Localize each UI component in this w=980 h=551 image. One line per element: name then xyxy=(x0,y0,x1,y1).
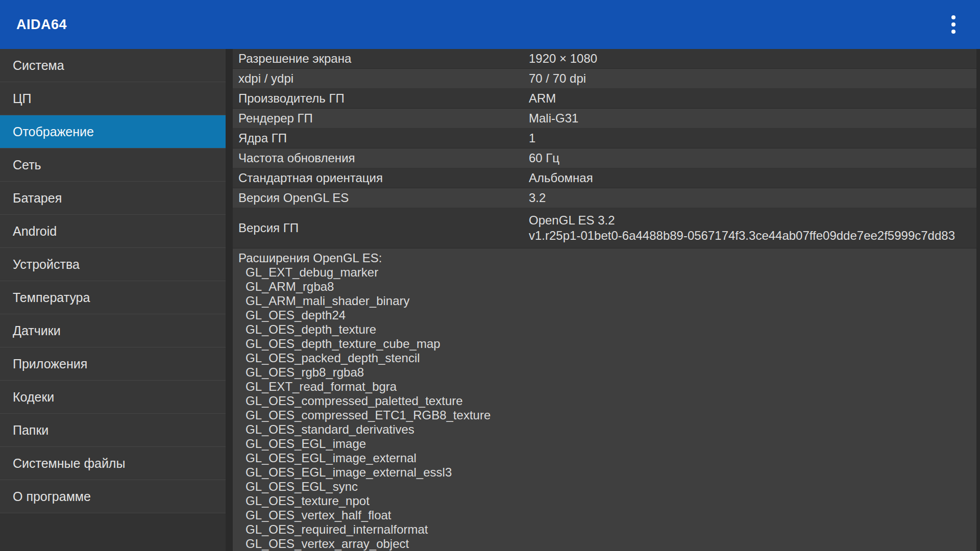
info-label: Частота обновления xyxy=(233,151,529,165)
info-row[interactable]: Стандартная ориентацияАльбомная xyxy=(233,168,976,188)
info-value: 60 Гц xyxy=(529,151,976,166)
info-value: 1 xyxy=(529,131,976,146)
sidebar: СистемаЦПОтображениеСетьБатареяAndroidУс… xyxy=(0,49,226,551)
info-label: Разрешение экрана xyxy=(233,52,529,66)
sidebar-item-label: Android xyxy=(13,224,57,239)
extension-item: GL_OES_required_internalformat xyxy=(238,522,976,537)
info-row[interactable]: Ядра ГП1 xyxy=(233,129,976,148)
info-label: Производитель ГП xyxy=(233,91,529,106)
extension-item: GL_OES_packed_depth_stencil xyxy=(238,351,976,365)
sidebar-item-label: Приложения xyxy=(13,357,87,371)
sidebar-item-12[interactable]: Системные файлы xyxy=(0,447,226,480)
info-row[interactable]: Частота обновления60 Гц xyxy=(233,148,976,168)
display-info-panel: Разрешение экрана1920 × 1080xdpi / ydpi7… xyxy=(226,49,980,551)
extension-item: GL_OES_EGL_image_external_essl3 xyxy=(238,465,976,480)
extension-item: GL_OES_vertex_half_float xyxy=(238,508,976,522)
info-row[interactable]: Производитель ГПARM xyxy=(233,89,976,109)
sidebar-item-4[interactable]: Батарея xyxy=(0,182,226,215)
sidebar-item-5[interactable]: Android xyxy=(0,215,226,248)
sidebar-item-label: Системные файлы xyxy=(13,456,125,471)
sidebar-item-9[interactable]: Приложения xyxy=(0,347,226,381)
info-label: Версия ГП xyxy=(233,221,529,235)
info-value: 70 / 70 dpi xyxy=(529,71,976,86)
info-value: ARM xyxy=(529,91,976,106)
sidebar-item-13[interactable]: О программе xyxy=(0,480,226,513)
sidebar-item-3[interactable]: Сеть xyxy=(0,148,226,182)
info-value: 3.2 xyxy=(529,190,976,206)
extension-item: GL_OES_compressed_paletted_texture xyxy=(238,394,976,408)
app-toolbar: AIDA64 xyxy=(0,0,980,49)
sidebar-item-2[interactable]: Отображение xyxy=(0,115,226,148)
sidebar-item-label: Батарея xyxy=(13,191,62,206)
sidebar-item-label: О программе xyxy=(13,489,91,504)
extension-item: GL_OES_depth24 xyxy=(238,308,976,322)
extensions-list: GL_EXT_debug_markerGL_ARM_rgba8GL_ARM_ma… xyxy=(238,265,976,551)
info-row[interactable]: Версия OpenGL ES3.2 xyxy=(233,188,976,208)
extension-item: GL_OES_depth_texture_cube_map xyxy=(238,337,976,351)
extension-item: GL_OES_EGL_sync xyxy=(238,480,976,494)
app-title: AIDA64 xyxy=(0,17,67,33)
extension-item: GL_OES_compressed_ETC1_RGB8_texture xyxy=(238,408,976,422)
info-row[interactable]: Разрешение экрана1920 × 1080 xyxy=(233,49,976,69)
info-label: Версия OpenGL ES xyxy=(233,191,529,205)
sidebar-item-6[interactable]: Устройства xyxy=(0,248,226,281)
extension-item: GL_OES_standard_derivatives xyxy=(238,422,976,437)
info-row[interactable]: xdpi / ydpi70 / 70 dpi xyxy=(233,69,976,89)
extensions-header: Расширения OpenGL ES: xyxy=(238,249,976,265)
info-label: Ядра ГП xyxy=(233,131,529,145)
extension-item: GL_OES_vertex_array_object xyxy=(238,537,976,551)
extension-item: GL_EXT_debug_marker xyxy=(238,265,976,280)
extension-item: GL_ARM_mali_shader_binary xyxy=(238,294,976,308)
kebab-menu-icon[interactable] xyxy=(941,12,966,37)
extension-item: GL_ARM_rgba8 xyxy=(238,280,976,294)
info-label: Рендерер ГП xyxy=(233,111,529,126)
sidebar-item-label: Датчики xyxy=(13,323,61,338)
sidebar-item-label: Температура xyxy=(13,290,90,305)
sidebar-item-8[interactable]: Датчики xyxy=(0,314,226,347)
sidebar-item-0[interactable]: Система xyxy=(0,49,226,82)
info-value: OpenGL ES 3.2 v1.r25p1-01bet0-6a4488b89-… xyxy=(529,213,976,243)
kebab-dot xyxy=(951,30,955,34)
sidebar-item-label: ЦП xyxy=(13,91,31,106)
sidebar-item-label: Папки xyxy=(13,423,48,438)
extension-item: GL_OES_depth_texture xyxy=(238,322,976,337)
info-row[interactable]: Версия ГПOpenGL ES 3.2 v1.r25p1-01bet0-6… xyxy=(233,208,976,248)
extension-item: GL_OES_texture_npot xyxy=(238,494,976,508)
info-label: Стандартная ориентация xyxy=(233,171,529,185)
sidebar-item-1[interactable]: ЦП xyxy=(0,82,226,115)
extension-item: GL_OES_EGL_image_external xyxy=(238,451,976,465)
sidebar-item-label: Система xyxy=(13,58,64,73)
sidebar-item-11[interactable]: Папки xyxy=(0,414,226,447)
extension-item: GL_EXT_read_format_bgra xyxy=(238,380,976,394)
sidebar-item-label: Отображение xyxy=(13,124,94,139)
extension-item: GL_OES_rgb8_rgba8 xyxy=(238,365,976,380)
info-value: 980 × 551 xyxy=(529,51,976,66)
info-row[interactable]: Рендерер ГПMali-G31 xyxy=(233,109,976,129)
sidebar-item-7[interactable]: Температура xyxy=(0,281,226,314)
sidebar-item-10[interactable]: Кодеки xyxy=(0,381,226,414)
sidebar-item-label: Устройства xyxy=(13,257,80,272)
info-label: xdpi / ydpi xyxy=(233,71,529,86)
extension-item: GL_OES_EGL_image xyxy=(238,437,976,451)
info-value: Mali-G31 xyxy=(529,111,976,126)
info-value: Альбомная xyxy=(529,170,976,186)
kebab-dot xyxy=(951,22,955,27)
sidebar-item-label: Сеть xyxy=(13,158,41,172)
extensions-block: Расширения OpenGL ES: GL_EXT_debug_marke… xyxy=(233,248,976,551)
kebab-dot xyxy=(951,15,955,19)
sidebar-item-label: Кодеки xyxy=(13,390,54,405)
